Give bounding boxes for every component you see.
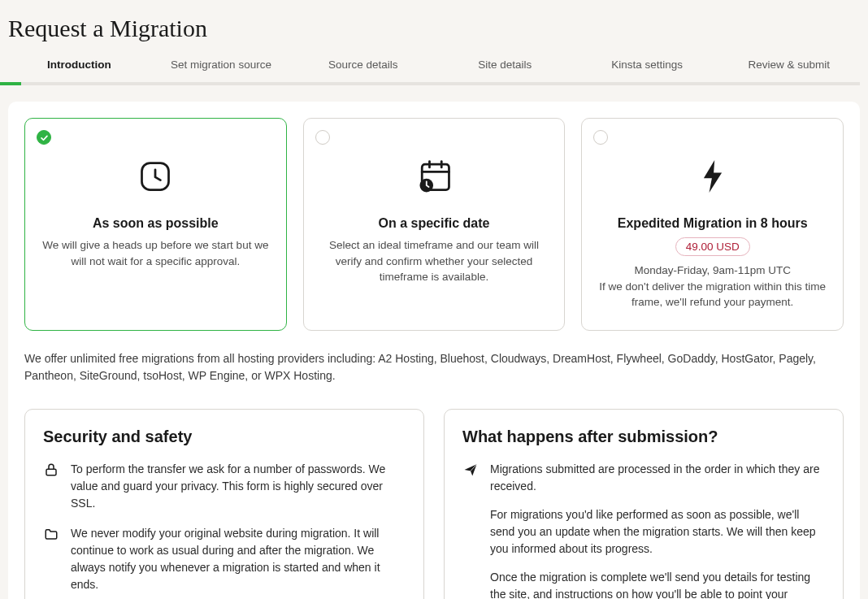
option-specific-date[interactable]: On a specific date Select an ideal timef… xyxy=(303,118,566,331)
security-text-2: We never modify your original website du… xyxy=(71,525,406,593)
expedited-refund: If we don't deliver the migration within… xyxy=(595,279,830,310)
option-specific-title: On a specific date xyxy=(379,216,490,231)
tab-site-details[interactable]: Site details xyxy=(434,59,576,82)
security-item-1: To perform the transfer we ask for a num… xyxy=(43,461,406,512)
after-p1: Migrations submitted are processed in th… xyxy=(490,461,825,495)
after-submission-card: What happens after submission? Migration… xyxy=(444,409,844,599)
page-title: Request a Migration xyxy=(0,0,868,50)
info-row: Security and safety To perform the trans… xyxy=(24,409,844,599)
tab-source-details[interactable]: Source details xyxy=(292,59,434,82)
option-asap-desc: We will give a heads up before we start … xyxy=(38,237,273,269)
expedited-hours: Monday-Friday, 9am-11pm UTC xyxy=(634,263,791,279)
security-text-1: To perform the transfer we ask for a num… xyxy=(71,461,406,512)
timing-options: As soon as possible We will give a heads… xyxy=(24,118,844,331)
radio-expedited[interactable] xyxy=(593,130,608,145)
after-title: What happens after submission? xyxy=(462,428,825,446)
step-tabs: Introduction Set migration source Source… xyxy=(8,50,860,85)
option-specific-desc: Select an ideal timeframe and our team w… xyxy=(317,237,552,285)
tab-introduction[interactable]: Introduction xyxy=(8,59,150,82)
lock-icon xyxy=(43,461,59,512)
clock-icon xyxy=(137,156,173,197)
radio-asap[interactable] xyxy=(37,130,51,145)
tab-review-submit[interactable]: Review & submit xyxy=(718,59,860,82)
option-asap[interactable]: As soon as possible We will give a heads… xyxy=(24,118,287,331)
security-item-2: We never modify your original website du… xyxy=(43,525,406,593)
after-p3: Once the migration is complete we'll sen… xyxy=(490,569,825,599)
option-expedited-title: Expedited Migration in 8 hours xyxy=(618,216,808,231)
providers-note: We offer unlimited free migrations from … xyxy=(24,350,844,384)
progress-indicator xyxy=(0,82,21,85)
option-expedited[interactable]: Expedited Migration in 8 hours 49.00 USD… xyxy=(581,118,844,331)
calendar-clock-icon xyxy=(414,156,454,197)
folder-icon xyxy=(43,525,59,593)
radio-specific[interactable] xyxy=(315,130,330,145)
security-card: Security and safety To perform the trans… xyxy=(24,409,424,599)
tab-set-migration-source[interactable]: Set migration source xyxy=(150,59,293,82)
paper-plane-icon xyxy=(462,461,479,599)
expedited-price: 49.00 USD xyxy=(675,237,750,256)
tab-kinsta-settings[interactable]: Kinsta settings xyxy=(576,59,718,82)
after-p2: For migrations you'd like performed as s… xyxy=(490,506,825,558)
lightning-icon xyxy=(701,156,724,197)
content-card: As soon as possible We will give a heads… xyxy=(8,102,860,599)
svg-rect-6 xyxy=(46,469,56,475)
option-asap-title: As soon as possible xyxy=(93,216,219,231)
security-title: Security and safety xyxy=(43,428,406,446)
